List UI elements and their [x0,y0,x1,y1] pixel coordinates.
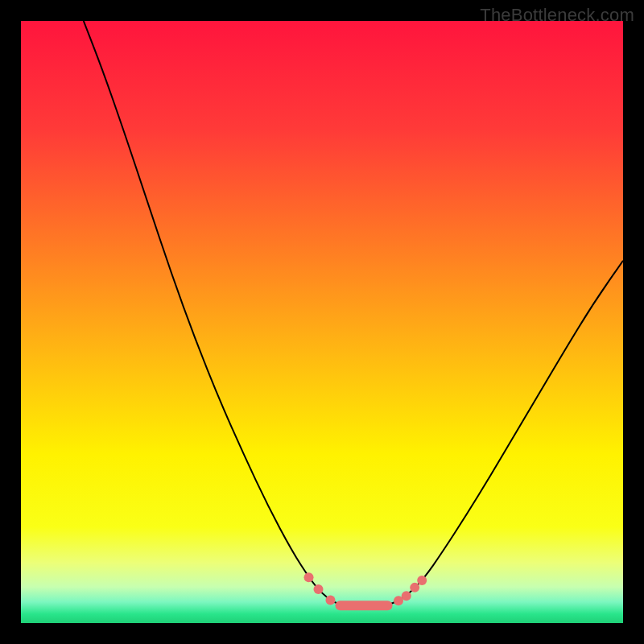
curve-marker [417,576,427,585]
chart-frame [21,21,623,623]
curve-marker [314,584,324,594]
chart-plot [21,21,623,623]
curve-markers [304,572,427,605]
curve-marker [410,583,419,592]
flat-bar [335,601,392,610]
curve-marker [402,591,411,601]
watermark-text: TheBottleneck.com [480,5,634,26]
right-curve [382,261,623,606]
curve-marker [325,596,335,605]
curve-marker [304,572,314,582]
left-curve [84,21,346,605]
